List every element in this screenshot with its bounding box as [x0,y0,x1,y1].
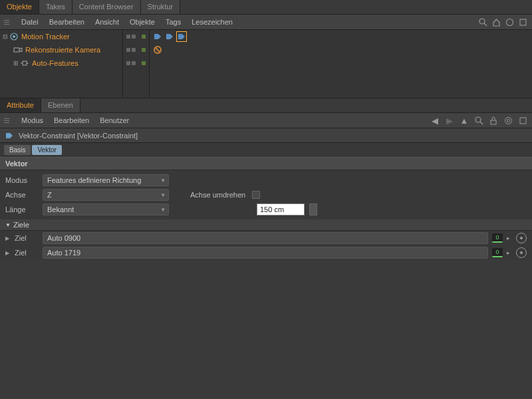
maximize-icon[interactable] [517,17,528,27]
label-achse-umdrehen: Achse umdrehen [190,191,245,199]
visibility-dot[interactable] [142,48,146,52]
svg-point-5 [13,35,15,38]
lock-icon[interactable] [488,115,499,126]
nav-back-icon[interactable]: ◀ [430,115,440,126]
objects-menu-bar: Datei Bearbeiten Ansicht Objekte Tags Le… [0,15,532,30]
svg-rect-6 [14,48,19,52]
section-header-vektor: Vektor [0,157,532,170]
tag-icon[interactable] [152,31,163,42]
visibility-dot[interactable] [142,61,146,65]
drag-handle-icon[interactable] [4,118,9,123]
section-header-ziele[interactable]: ▼ Ziele [0,219,532,231]
link-field-ziel-1[interactable]: Auto 0900 [43,232,488,244]
search-icon[interactable] [477,17,488,27]
object-manager: ⊟ Motion Tracker Rekonstruierte Kamera ⊞… [0,30,532,98]
nav-up-icon[interactable]: ▲ [459,115,469,126]
menu-bearbeiten[interactable]: Bearbeiten [44,18,90,26]
object-tree: ⊟ Motion Tracker Rekonstruierte Kamera ⊞… [0,30,123,98]
target-picker-icon[interactable] [516,233,527,243]
label-achse: Achse [5,191,39,199]
menu-bearbeiten[interactable]: Bearbeiten [49,116,94,124]
target-picker-icon[interactable] [516,247,527,258]
svg-point-16 [507,119,509,122]
maximize-icon[interactable] [517,115,528,126]
camera-icon [13,45,23,55]
menu-lesezeichen[interactable]: Lesezeichen [186,18,238,26]
label-ziel: Ziel [15,249,39,257]
checkbox-achse-umdrehen[interactable] [252,191,260,199]
tag-icon-selected[interactable] [176,31,187,42]
top-tab-bar: Objekte Takes Content Browser Struktur [0,0,532,15]
chevron-right-icon[interactable]: ▸ [507,249,512,256]
svg-line-13 [480,122,483,124]
tree-item-camera[interactable]: Rekonstruierte Kamera [0,43,122,57]
tab-vektor[interactable]: Vektor [32,145,61,155]
ziel-row: ▶ Ziel Auto 0900 0 ▸ [0,231,532,245]
label-modus: Modus [5,176,39,184]
link-field-ziel-2[interactable]: Auto 1719 [43,247,488,259]
tab-content-browser[interactable]: Content Browser [72,0,141,14]
svg-line-1 [484,23,487,26]
svg-line-11 [156,48,160,53]
property-tab-bar: Basis Vektor [0,143,532,157]
label-ziel: Ziel [15,234,39,242]
anim-badge[interactable]: 0 [492,233,503,243]
tag-icon[interactable] [164,31,175,42]
object-header-title: Vektor-Constraint [Vektor-Constraint] [19,132,138,140]
menu-objekte[interactable]: Objekte [124,18,160,26]
svg-point-12 [475,117,481,122]
tab-attribute[interactable]: Attribute [0,98,41,112]
nav-forward-icon[interactable]: ▶ [444,115,455,126]
constraint-icon [4,130,15,141]
tab-struktur[interactable]: Struktur [141,0,181,14]
chevron-right-icon[interactable]: ▸ [507,235,512,241]
tab-takes[interactable]: Takes [39,0,72,14]
disclosure-icon: ▼ [5,222,11,228]
tree-item-auto-features[interactable]: ⊞ Auto-Features [0,57,122,70]
tree-item-label: Auto-Features [32,59,78,67]
dropdown-modus[interactable]: Features definieren Richtung [43,174,169,186]
tree-item-motion-tracker[interactable]: ⊟ Motion Tracker [0,30,122,43]
motion-tracker-icon [9,32,19,41]
svg-point-2 [506,19,513,25]
svg-rect-7 [23,61,27,65]
input-length[interactable] [257,203,305,215]
property-group: Modus Features definieren Richtung Achse… [0,170,532,219]
dropdown-achse[interactable]: Z [43,189,169,201]
object-header: Vektor-Constraint [Vektor-Constraint] [0,128,532,143]
svg-rect-3 [520,19,526,25]
null-icon [20,59,29,68]
tag-prohibit-icon[interactable] [152,45,163,55]
anim-badge[interactable]: 0 [492,248,503,257]
layer-column [123,30,150,98]
gear-icon[interactable] [503,115,513,126]
spinner-length[interactable] [309,203,317,215]
attribute-tab-bar: Attribute Ebenen [0,98,532,113]
chevron-right-icon[interactable]: ▶ [5,235,11,241]
menu-tags[interactable]: Tags [160,18,186,26]
function-icon[interactable] [504,17,515,27]
dropdown-laenge[interactable]: Bekannt [43,203,169,215]
tag-column [150,30,532,98]
home-icon[interactable] [491,17,501,27]
svg-rect-17 [520,118,526,124]
tree-item-label: Motion Tracker [21,33,70,41]
svg-point-0 [479,19,485,24]
chevron-right-icon[interactable]: ▶ [5,250,11,256]
search-icon[interactable] [473,115,484,126]
svg-point-15 [505,117,511,124]
ziel-row: ▶ Ziel Auto 1719 0 ▸ [0,245,532,260]
menu-benutzer[interactable]: Benutzer [94,116,134,124]
visibility-dot[interactable] [142,35,146,39]
menu-datei[interactable]: Datei [16,18,44,26]
menu-modus[interactable]: Modus [16,116,49,124]
menu-ansicht[interactable]: Ansicht [90,18,124,26]
tab-basis[interactable]: Basis [4,145,31,155]
tree-collapse-icon[interactable]: ⊟ [3,33,9,40]
tab-ebenen[interactable]: Ebenen [41,98,80,112]
drag-handle-icon[interactable] [4,20,9,25]
label-laenge: Länge [5,205,39,213]
tab-objekte[interactable]: Objekte [0,0,39,14]
tree-expand-icon[interactable]: ⊞ [13,60,20,66]
svg-rect-14 [491,120,496,124]
